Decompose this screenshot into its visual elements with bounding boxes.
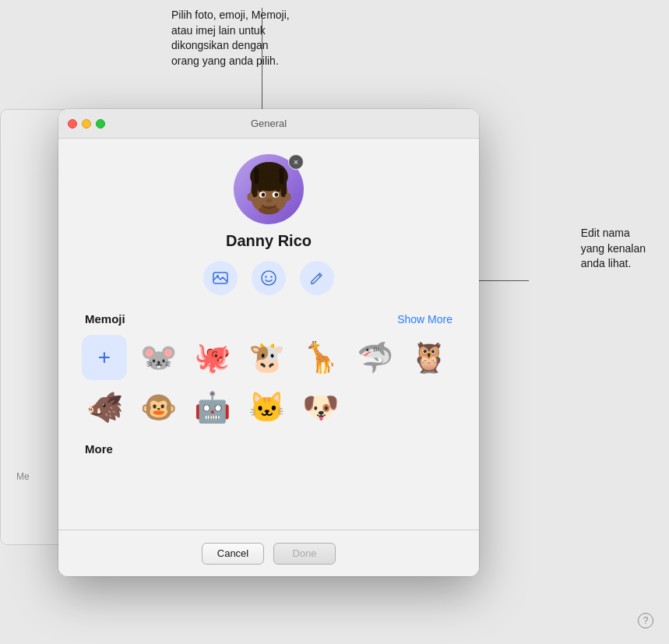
- annotation-top-text: Pilih foto, emoji, Memoji, atau imej lai…: [171, 9, 290, 67]
- svg-point-24: [270, 276, 272, 277]
- svg-rect-9: [279, 167, 283, 184]
- svg-point-15: [276, 193, 277, 195]
- emoji-grid: + 🐭 🐙 🐮 🦒 🦈 🦉 🐗 🐵 🤖 🐱 🐶: [82, 335, 456, 430]
- annotation-right: Edit nama yang kenalan anda lihat.: [581, 226, 646, 272]
- svg-point-19: [259, 206, 279, 214]
- cancel-button[interactable]: Cancel: [202, 543, 264, 565]
- svg-point-16: [266, 199, 272, 202]
- list-item[interactable]: 🐵: [136, 385, 181, 430]
- list-item[interactable]: 🐶: [298, 385, 343, 430]
- modal-footer: Cancel Done: [58, 530, 479, 576]
- edit-action-button[interactable]: [300, 261, 334, 295]
- svg-point-18: [285, 192, 291, 200]
- svg-rect-8: [254, 167, 259, 184]
- minimize-traffic-light[interactable]: [82, 119, 91, 128]
- help-button[interactable]: ?: [638, 613, 653, 628]
- list-item[interactable]: 🐗: [82, 385, 127, 430]
- list-item[interactable]: 🐮: [244, 335, 289, 380]
- traffic-lights: [68, 119, 105, 128]
- photo-action-button[interactable]: [203, 261, 238, 295]
- svg-point-17: [247, 192, 253, 200]
- svg-rect-5: [271, 169, 276, 187]
- more-section: More: [82, 442, 456, 460]
- annotation-right-text: Edit nama yang kenalan anda lihat.: [581, 227, 646, 269]
- svg-point-22: [262, 271, 276, 285]
- list-item[interactable]: 🦒: [298, 335, 343, 380]
- action-buttons-row: [203, 261, 334, 295]
- list-item[interactable]: 🤖: [190, 385, 235, 430]
- title-bar: General: [58, 109, 479, 139]
- list-item[interactable]: 🐙: [190, 335, 235, 380]
- list-item[interactable]: 🐭: [136, 335, 181, 380]
- show-more-link[interactable]: Show More: [397, 313, 452, 326]
- list-item[interactable]: 🐱: [244, 385, 289, 430]
- list-item[interactable]: 🦉: [407, 335, 452, 380]
- avatar-close-button[interactable]: ×: [288, 154, 304, 170]
- memoji-section-title: Memoji: [85, 312, 125, 326]
- window-title: General: [251, 118, 287, 129]
- list-item[interactable]: 🦈: [352, 335, 397, 380]
- modal-scroll-area: × Danny Rico: [58, 139, 479, 530]
- avatar-container: ×: [234, 154, 304, 224]
- user-name: Danny Rico: [226, 232, 312, 250]
- done-button[interactable]: Done: [273, 543, 336, 565]
- memoji-section-header: Memoji Show More: [82, 312, 456, 326]
- maximize-traffic-light[interactable]: [96, 119, 105, 128]
- more-section-title: More: [82, 442, 456, 456]
- emoji-action-button[interactable]: [252, 261, 286, 295]
- svg-point-23: [265, 276, 266, 277]
- close-traffic-light[interactable]: [68, 119, 77, 128]
- svg-point-14: [262, 193, 264, 195]
- svg-rect-4: [262, 169, 267, 187]
- photo-icon: [212, 269, 229, 287]
- memoji-svg: [240, 160, 298, 219]
- memoji-section: Memoji Show More + 🐭 🐙 🐮 🦒 🦈 🦉 🐗 🐵 🤖 🐱: [82, 312, 456, 442]
- emoji-icon: [260, 269, 277, 287]
- annotation-top: Pilih foto, emoji, Memoji, atau imej lai…: [171, 8, 290, 69]
- emoji-add-button[interactable]: +: [82, 335, 127, 380]
- sidebar-me-label: Me: [16, 471, 30, 482]
- modal-window: General: [58, 109, 479, 576]
- edit-icon: [309, 270, 325, 286]
